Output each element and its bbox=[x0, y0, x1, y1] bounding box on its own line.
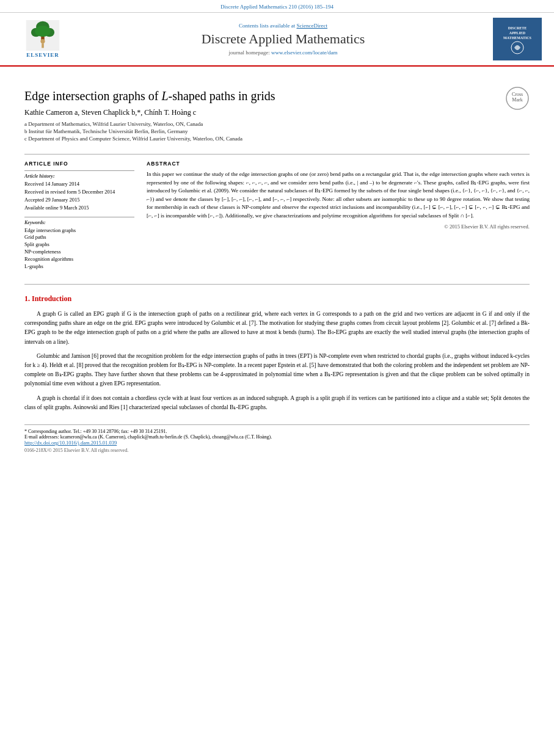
keyword-3: Split graphs bbox=[24, 241, 134, 249]
elsevier-label: ELSEVIER bbox=[26, 52, 59, 58]
affiliation-a: a Department of Mathematics, Wilfrid Lau… bbox=[24, 121, 275, 127]
article-history: Article history: Received 14 January 201… bbox=[24, 170, 134, 212]
keywords-section: Keywords: Edge intersection graphs Grid … bbox=[24, 217, 134, 271]
intro-paragraph-1: A graph G is called an EPG graph if G is… bbox=[24, 310, 530, 347]
online-date: Available online 9 March 2015 bbox=[24, 205, 134, 212]
svg-text:MATHEMATICS: MATHEMATICS bbox=[503, 36, 531, 40]
journal-right-logo: DISCRETE APPLIED MATHEMATICS bbox=[493, 18, 542, 60]
article-info-abstract: ARTICLE INFO Article history: Received 1… bbox=[24, 161, 530, 275]
intro-paragraph-3: A graph is chordal if it does not contai… bbox=[24, 394, 530, 412]
crossmark-icon: Cross Mark bbox=[505, 86, 530, 112]
abstract-heading: ABSTRACT bbox=[147, 161, 530, 167]
affiliation-b: b Institut für Mathematik, Technische Un… bbox=[24, 128, 275, 134]
email-addresses: E-mail addresses: kcameron@wlu.ca (K. Ca… bbox=[24, 434, 530, 440]
elsevier-tree-icon bbox=[24, 20, 61, 51]
issn-copyright: 0166-218X/© 2015 Elsevier B.V. All right… bbox=[24, 448, 530, 453]
paper-title: Edge intersection graphs of L-shaped pat… bbox=[24, 89, 275, 103]
abstract-text: In this paper we continue the study of t… bbox=[147, 170, 530, 220]
elsevier-logo: ELSEVIER bbox=[12, 20, 73, 58]
article-info-heading: ARTICLE INFO bbox=[24, 161, 134, 167]
journal-reference: Discrete Applied Mathematics 210 (2016) … bbox=[221, 4, 333, 10]
sciencedirect-label: Contents lists available at ScienceDirec… bbox=[73, 23, 493, 29]
sciencedirect-link[interactable]: ScienceDirect bbox=[297, 23, 327, 29]
authors: Kathie Cameron a, Steven Chaplick b,*, C… bbox=[24, 108, 275, 117]
abstract-copyright: © 2015 Elsevier B.V. All rights reserved… bbox=[147, 224, 530, 230]
doi-link[interactable]: http://dx.doi.org/10.1016/j.dam.2015.01.… bbox=[24, 440, 117, 446]
divider-1 bbox=[24, 154, 530, 154]
abstract-section: ABSTRACT In this paper we continue the s… bbox=[147, 161, 530, 275]
journal-reference-bar: Discrete Applied Mathematics 210 (2016) … bbox=[0, 0, 554, 13]
keyword-5: Recognition algorithms bbox=[24, 256, 134, 263]
received-date: Received 14 January 2014 bbox=[24, 181, 134, 188]
section-heading: 1. Introduction bbox=[24, 293, 530, 305]
keyword-6: L-graphs bbox=[24, 263, 134, 271]
svg-text:APPLIED: APPLIED bbox=[509, 31, 526, 35]
accepted-date: Accepted 29 January 2015 bbox=[24, 197, 134, 204]
svg-text:Mark: Mark bbox=[512, 97, 522, 103]
svg-text:DISCRETE: DISCRETE bbox=[508, 26, 527, 30]
homepage-url[interactable]: www.elsevier.com/locate/dam bbox=[271, 49, 337, 56]
article-info: ARTICLE INFO Article history: Received 1… bbox=[24, 161, 134, 275]
divider-2 bbox=[24, 284, 530, 285]
history-heading: Article history: bbox=[24, 173, 134, 179]
dam-logo-icon: DISCRETE APPLIED MATHEMATICS bbox=[499, 20, 536, 56]
svg-rect-7 bbox=[42, 43, 44, 48]
journal-homepage: journal homepage: www.elsevier.com/locat… bbox=[73, 49, 493, 56]
main-content: Edge intersection graphs of L-shaped pat… bbox=[0, 67, 554, 459]
revised-date: Received in revised form 5 December 2014 bbox=[24, 189, 134, 196]
journal-title: Discrete Applied Mathematics bbox=[73, 31, 493, 47]
svg-point-6 bbox=[40, 39, 45, 43]
keyword-1: Edge intersection graphs bbox=[24, 227, 134, 234]
journal-center: Contents lists available at ScienceDirec… bbox=[73, 23, 493, 56]
journal-header: ELSEVIER Contents lists available at Sci… bbox=[0, 13, 554, 67]
footnotes: * Corresponding author. Tel.: +49 30 314… bbox=[24, 424, 530, 453]
introduction-section: 1. Introduction A graph G is called an E… bbox=[24, 293, 530, 412]
affiliations: a Department of Mathematics, Wilfrid Lau… bbox=[24, 121, 275, 142]
intro-paragraph-2: Golumbic and Jamison [6] proved that the… bbox=[24, 352, 530, 389]
corresponding-author: * Corresponding author. Tel.: +49 30 314… bbox=[24, 429, 530, 434]
keyword-2: Grid paths bbox=[24, 234, 134, 241]
keyword-4: NP-completeness bbox=[24, 249, 134, 256]
affiliation-c: c Department of Physics and Computer Sci… bbox=[24, 136, 275, 142]
svg-point-5 bbox=[35, 26, 50, 37]
svg-text:Cross: Cross bbox=[512, 92, 523, 97]
keywords-list: Edge intersection graphs Grid paths Spli… bbox=[24, 227, 134, 271]
keywords-heading: Keywords: bbox=[24, 220, 134, 225]
